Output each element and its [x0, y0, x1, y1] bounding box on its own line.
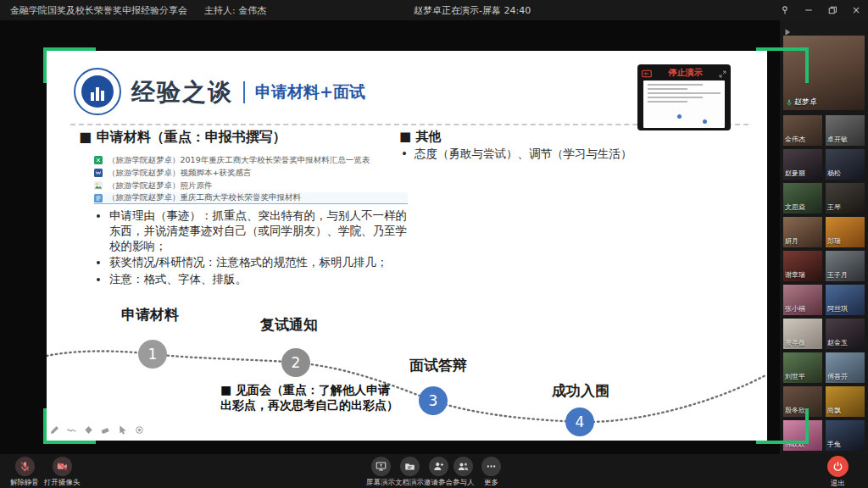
presenter-control-panel: 停止演示 [637, 64, 731, 130]
section-heading-materials: ■ 申请材料（重点：申报书撰写） [79, 129, 287, 147]
laser-tool-icon[interactable] [135, 422, 144, 438]
screen-share-icon [376, 461, 387, 472]
file-name: （旅游学院赵梦卓）2019年重庆工商大学校长荣誉奖申报材料汇总一览表 [108, 155, 370, 166]
participant-name: 阿丝琪 [827, 304, 848, 313]
mic-active-icon [786, 99, 793, 106]
participant-tile[interactable]: 王琴 [826, 183, 865, 214]
participant-tile[interactable]: 阿丝琪 [826, 285, 865, 315]
doc-file-icon [94, 194, 103, 202]
file-name: （旅游学院赵梦卓）重庆工商大学校长荣誉奖申报材料 [108, 192, 301, 203]
participant-name: 赵曼丽 [785, 169, 805, 178]
participant-tile[interactable]: 刘世平 [783, 352, 822, 383]
share-border-marker [43, 47, 96, 83]
camera-off-icon [57, 461, 68, 472]
participant-name: 傅吾芬 [827, 372, 848, 381]
participant-name: 金伟杰 [785, 135, 805, 144]
stop-presenting-button[interactable]: 停止演示 [655, 67, 715, 79]
exit-label: 退出 [831, 479, 845, 488]
participant-tile[interactable]: 赵金玉 [826, 319, 865, 349]
slide-subtitle: 申请材料+面试 [255, 81, 365, 103]
participant-name: 凌亭薇 [785, 338, 805, 347]
participant-name: 卓开敏 [827, 135, 848, 144]
participant-name: 手兔 [827, 440, 841, 449]
participant-name: 王琴 [827, 202, 841, 212]
participants-icon [458, 461, 469, 472]
timeline-label-2: 复试通知 [260, 315, 318, 335]
participants-label: 参与人 [453, 478, 475, 488]
doc-share-label: 文档演示 [395, 478, 424, 488]
slide-title: 经验之谈 [131, 76, 233, 108]
exit-button[interactable]: 退出 [827, 456, 849, 488]
stop-share-icon [642, 65, 652, 81]
unmute-button[interactable]: 解除静音 [10, 457, 39, 488]
participant-grid: 金伟杰 卓开敏 赵曼丽 杨松 文思焱 王琴 妍月 彭瑞 谢幸瑞 王子月 张小楠 … [783, 115, 865, 451]
doc-share-button[interactable]: 文档演示 [395, 457, 424, 488]
participant-tile[interactable]: 谢幸瑞 [783, 251, 822, 281]
participant-name: 杨松 [827, 169, 841, 178]
participant-name: 谢幸瑞 [785, 270, 805, 280]
more-button[interactable]: 更多 [481, 457, 501, 488]
participant-tile[interactable]: 金伟杰 [783, 115, 822, 146]
participant-tile[interactable]: 妍月 [783, 217, 822, 247]
participants-sidebar: 赵梦卓 金伟杰 卓开敏 赵曼丽 杨松 文思焱 王琴 妍月 彭瑞 谢幸瑞 王子月 … [780, 20, 868, 454]
word-file-icon [94, 169, 103, 177]
shape-tool-icon[interactable] [84, 422, 93, 438]
mic-muted-icon [19, 461, 31, 472]
camera-on-label: 打开摄像头 [44, 478, 81, 488]
file-item: （旅游学院赵梦卓）照片原件 [94, 180, 408, 191]
eraser-tool-icon[interactable] [101, 422, 110, 438]
participant-name: 赵金玉 [827, 338, 848, 347]
meeting-title: 金融学院国奖及校长荣誉奖申报经验分享会 [10, 4, 187, 17]
invite-label: 邀请参会 [424, 478, 453, 488]
timeline-node-1: 1 [138, 340, 167, 369]
participant-tile[interactable]: 王子月 [826, 251, 865, 281]
close-button[interactable]: × [849, 3, 863, 17]
pin-icon[interactable] [778, 3, 792, 17]
minimize-button[interactable] [802, 3, 815, 17]
file-name: （旅游学院赵梦卓）照片原件 [108, 180, 213, 191]
timeline-label-4: 成功入围 [552, 381, 609, 401]
bullet-item: 申请理由（事迹）：抓重点、突出特有的，与别人不一样的东西，并说清楚事迹对自己（或… [109, 208, 408, 253]
participant-tile[interactable]: 手兔 [826, 420, 865, 451]
participant-name: 彭瑞 [827, 236, 841, 246]
bullet-marker: • [401, 147, 408, 162]
participant-tile[interactable]: 赵曼丽 [783, 149, 822, 180]
participant-tile[interactable]: 杨松 [826, 149, 865, 180]
camera-on-button[interactable]: 打开摄像头 [44, 457, 81, 488]
meetup-note: ■ 见面会（重点：了解他人申请出彩点，再次思考自己的出彩点） [220, 383, 400, 413]
participant-tile[interactable]: 卓开敏 [826, 115, 865, 146]
bullet-item: 注意：格式、字体、排版。 [109, 272, 408, 287]
invite-icon [433, 461, 444, 472]
file-item-selected: （旅游学院赵梦卓）重庆工商大学校长荣誉奖申报材料 [94, 192, 408, 204]
excel-file-icon [94, 156, 103, 164]
participant-tile[interactable]: 凌亭薇 [783, 319, 822, 349]
sidebar-collapse-icon[interactable] [783, 24, 795, 34]
participant-name: 文思焱 [785, 202, 805, 212]
participant-tile[interactable]: 张小楠 [783, 285, 822, 315]
cursor-tool-icon[interactable] [118, 422, 127, 438]
meeting-app-window: 金融学院国奖及校长荣誉奖申报经验分享会 主持人: 金伟杰 赵梦卓正在演示-屏幕 … [0, 0, 868, 488]
participants-button[interactable]: 参与人 [453, 457, 475, 488]
presentation-preview-thumbnail[interactable] [643, 80, 725, 128]
share-border-marker [756, 47, 809, 83]
participant-tile[interactable]: 彭瑞 [826, 217, 865, 247]
file-item: （旅游学院赵梦卓）视频脚本+获奖感言 [94, 167, 408, 179]
file-item: （旅游学院赵梦卓）2019年重庆工商大学校长荣誉奖申报材料汇总一览表 [94, 154, 408, 166]
restore-button[interactable] [826, 3, 839, 17]
pen-tool-icon[interactable] [50, 422, 59, 438]
curve-tool-icon[interactable] [67, 422, 76, 438]
timeline-node-4: 4 [565, 408, 594, 436]
participant-name: 王子月 [827, 270, 848, 280]
more-label: 更多 [484, 478, 498, 488]
participant-tile[interactable]: 尚飘 [826, 386, 865, 417]
participant-tile[interactable]: 文思焱 [783, 183, 822, 214]
unmute-label: 解除静音 [10, 478, 39, 488]
invite-button[interactable]: 邀请参会 [424, 457, 453, 488]
presenter-name: 赵梦卓 [794, 97, 817, 108]
share-border-marker [756, 408, 809, 444]
timeline-label-3: 面试答辩 [409, 356, 467, 375]
materials-bullet-list: 申请理由（事迹）：抓重点、突出特有的，与别人不一样的东西，并说清楚事迹对自己（或… [96, 208, 408, 289]
screen-share-button[interactable]: 屏幕演示 [366, 457, 395, 488]
participant-tile[interactable]: 傅吾芬 [826, 352, 865, 383]
expand-icon[interactable] [719, 65, 726, 81]
